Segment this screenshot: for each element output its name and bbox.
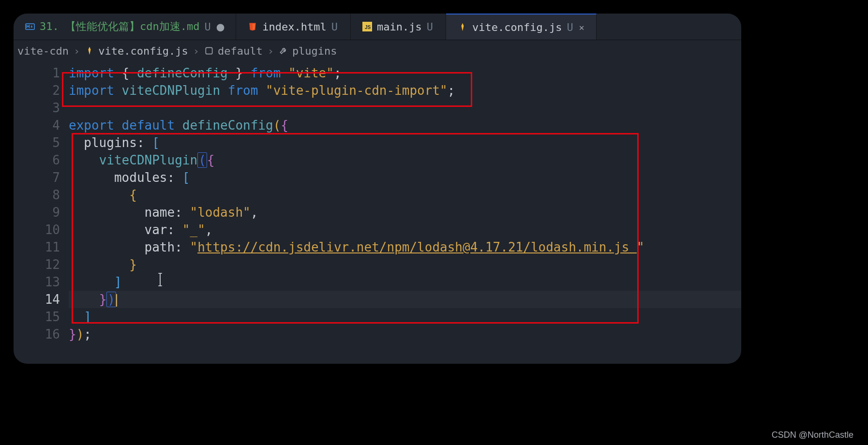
svg-text:JS: JS [365,25,371,30]
breadcrumb-symbol-default[interactable]: default [204,45,263,57]
kw-import: import [69,66,114,80]
text-cursor-icon [155,272,165,291]
line-number-gutter: 1234 5678 9101112 13141516 [14,61,69,364]
caret-icon [116,294,117,307]
breadcrumb-file[interactable]: vite.config.js [85,45,188,57]
breadcrumb-text: vite-cdn [17,45,69,57]
tab-label: vite.config.js [472,21,562,33]
tab-vite-config[interactable]: vite.config.js U ✕ [446,14,597,40]
markdown-icon [25,22,35,31]
chevron-right-icon: › [193,45,199,57]
chevron-right-icon: › [74,45,80,57]
breadcrumb-text: plugins [292,45,337,57]
tab-main-js[interactable]: JS main.js U [351,14,446,40]
breadcrumb-text: vite.config.js [98,45,188,57]
breadcrumb-symbol-plugins[interactable]: plugins [279,45,337,57]
breadcrumb: vite-cdn › vite.config.js › default › pl… [14,40,741,61]
tab-bar: 31. 【性能优化篇】cdn加速.md U ● index.html U JS … [14,14,741,40]
code-area[interactable]: import { defineConfig } from "vite"; imp… [69,61,741,364]
editor-window: 31. 【性能优化篇】cdn加速.md U ● index.html U JS … [14,14,741,364]
tab-cdn-md[interactable]: 31. 【性能优化篇】cdn加速.md U ● [14,14,236,40]
breadcrumb-root[interactable]: vite-cdn [17,45,69,57]
watermark: CSDN @NorthCastle [772,430,853,440]
tab-status: U [567,21,574,33]
tab-label: main.js [377,21,422,33]
symbol-module-icon [204,46,214,56]
close-icon[interactable]: ✕ [579,22,584,32]
tab-status: U [427,21,434,33]
tab-status: U [331,21,339,33]
svg-rect-3 [206,47,212,54]
html-icon [248,22,257,31]
code-editor[interactable]: 1234 5678 9101112 13141516 import { defi… [14,61,741,364]
chevron-right-icon: › [268,45,274,57]
vite-icon [85,46,94,56]
tab-index-html[interactable]: index.html U [236,14,351,40]
tab-status: U [204,21,211,33]
symbol-wrench-icon [279,46,288,56]
js-icon: JS [362,22,372,31]
tab-label: index.html [262,21,326,33]
breadcrumb-text: default [218,45,263,57]
tab-label: 31. 【性能优化篇】cdn加速.md [40,19,199,34]
vite-icon [458,22,467,32]
